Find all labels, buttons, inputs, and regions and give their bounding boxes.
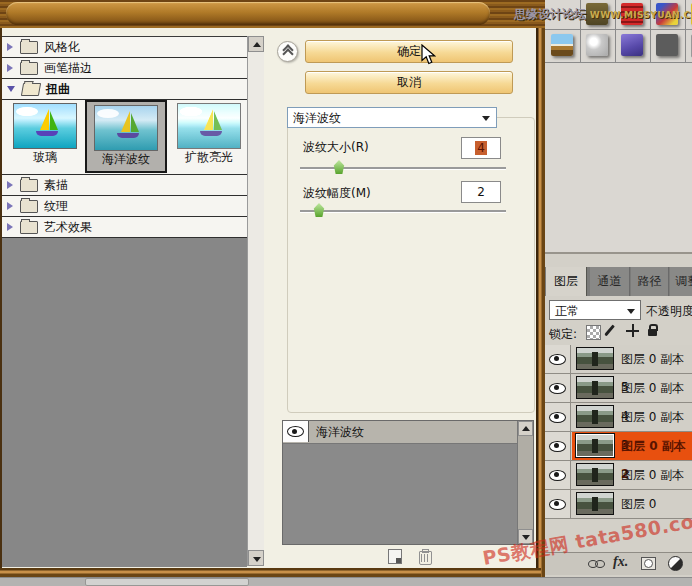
effect-list-scrollbar[interactable]: [517, 421, 533, 544]
folder-icon: [20, 200, 38, 213]
banner-highlight: [6, 2, 490, 25]
style-swatch-cell[interactable]: [685, 29, 692, 63]
hull-shape: [200, 131, 222, 136]
ripple-size-slider-track[interactable]: [300, 167, 506, 169]
category-row-artistic[interactable]: 艺术效果: [2, 217, 247, 238]
layer-row[interactable]: 图层 0 副本: [545, 461, 692, 490]
visibility-toggle[interactable]: [545, 461, 571, 489]
layer-style-fx-icon[interactable]: fx.: [613, 554, 628, 570]
layer-row-selected[interactable]: 图层 0 副本 2: [545, 432, 692, 461]
cloud-shape: [16, 107, 38, 116]
ripple-size-label: 波纹大小(R): [303, 139, 369, 156]
visibility-toggle[interactable]: [545, 403, 571, 431]
screenshot-root: 思缘设计论坛 WWW.MISSYUAN.COM 风格化 画笔描边: [0, 0, 692, 586]
folder-icon: [20, 221, 38, 234]
lock-all-icon[interactable]: [648, 329, 657, 336]
tab-paths[interactable]: 路径: [631, 267, 669, 296]
horizontal-scrollbar-thumb[interactable]: [85, 578, 249, 586]
visibility-toggle[interactable]: [545, 490, 571, 518]
site-watermark: 思缘设计论坛 WWW.MISSYUAN.COM: [514, 6, 692, 23]
layer-row[interactable]: 图层 0 副本 5: [545, 345, 692, 374]
scroll-down-button[interactable]: [248, 550, 264, 566]
category-list-scrollbar[interactable]: [247, 36, 264, 566]
ripple-magnitude-input[interactable]: 2: [461, 181, 501, 203]
effect-layer-row[interactable]: 海洋波纹: [283, 421, 518, 444]
ok-button[interactable]: 确定: [305, 40, 513, 63]
tab-channels[interactable]: 通道: [590, 267, 630, 296]
parameter-groupbox: [287, 117, 535, 413]
eye-icon: [549, 499, 566, 510]
collapse-panel-button[interactable]: [277, 41, 298, 62]
eye-icon: [287, 426, 304, 437]
new-effect-layer-button[interactable]: [388, 549, 402, 564]
category-label: 纹理: [44, 198, 68, 215]
folder-icon: [20, 62, 38, 75]
scroll-up-button[interactable]: [248, 36, 264, 52]
tab-adjustments[interactable]: 调整: [670, 267, 692, 296]
filter-select-dropdown[interactable]: 海洋波纹: [287, 107, 497, 128]
sailboat-preview-image: [94, 105, 158, 151]
add-mask-icon[interactable]: [641, 557, 656, 570]
link-layers-icon[interactable]: [588, 560, 606, 568]
scroll-up-button[interactable]: [518, 421, 533, 436]
category-row-distort[interactable]: 扭曲: [2, 79, 247, 100]
hull-shape: [117, 133, 139, 138]
visibility-toggle[interactable]: [545, 374, 571, 402]
category-label: 素描: [44, 177, 68, 194]
site-name-text: 思缘设计论坛: [514, 7, 586, 21]
ripple-magnitude-slider-track[interactable]: [300, 210, 506, 212]
sailboat-preview-image: [177, 103, 241, 149]
delete-effect-layer-button[interactable]: [419, 551, 432, 565]
sail-shape: [121, 111, 130, 132]
category-label: 艺术效果: [44, 219, 92, 236]
category-row-brushstrokes[interactable]: 画笔描边: [2, 58, 247, 79]
style-swatch: [656, 34, 678, 56]
filter-thumb-label: 扩散亮光: [174, 150, 244, 164]
category-row-sketch[interactable]: 素描: [2, 175, 247, 196]
layer-row[interactable]: 图层 0 副本 3: [545, 403, 692, 432]
effect-layers-list: 海洋波纹: [282, 420, 534, 545]
sail-shape: [204, 109, 213, 130]
style-swatch-cell[interactable]: [580, 29, 616, 63]
selected-value-text: 4: [475, 141, 487, 155]
distort-thumbnails: 玻璃 海洋波纹 扩散亮光: [2, 100, 247, 175]
tab-layers[interactable]: 图层: [546, 267, 587, 296]
effect-layer-name: 海洋波纹: [316, 424, 364, 441]
category-row-stylize[interactable]: 风格化: [2, 37, 247, 58]
visibility-toggle[interactable]: [545, 345, 571, 373]
ripple-size-input[interactable]: 4: [461, 137, 501, 159]
site-url-text: WWW.MISSYUAN.COM: [590, 10, 692, 20]
lock-position-icon[interactable]: [626, 324, 639, 337]
style-swatch-cell[interactable]: [650, 29, 686, 63]
blend-mode-dropdown[interactable]: 正常: [549, 300, 641, 320]
filter-thumb-label: 海洋波纹: [87, 152, 165, 166]
cancel-button[interactable]: 取消: [305, 71, 513, 94]
ripple-magnitude-label: 波纹幅度(M): [303, 185, 371, 202]
visibility-toggle[interactable]: [283, 421, 309, 442]
mouse-cursor-icon: [421, 44, 436, 69]
adjustment-layer-icon[interactable]: [668, 556, 683, 571]
style-swatch: [586, 34, 608, 56]
folder-icon: [20, 41, 38, 54]
cloud-shape: [180, 107, 202, 116]
category-row-texture[interactable]: 纹理: [2, 196, 247, 217]
eye-icon: [549, 412, 566, 423]
dropdown-arrow-icon: [482, 116, 490, 121]
style-swatch-cell[interactable]: [615, 29, 651, 63]
layer-name: 图层 0 副本: [621, 461, 684, 489]
layer-row[interactable]: 图层 0 副本 4: [545, 374, 692, 403]
category-label: 扭曲: [46, 81, 70, 98]
chevron-right-icon: [7, 64, 13, 72]
sail-shape: [50, 111, 58, 130]
sail-shape: [40, 109, 49, 130]
filter-thumb-ocean-ripple[interactable]: 海洋波纹: [85, 100, 167, 173]
lock-transparency-icon[interactable]: [586, 325, 601, 340]
style-swatch-cell[interactable]: [545, 29, 581, 63]
eye-icon: [549, 441, 566, 452]
visibility-toggle[interactable]: [545, 432, 571, 460]
filter-thumb-diffuse-glow[interactable]: 扩散亮光: [174, 102, 244, 164]
layer-thumbnail: [576, 434, 614, 457]
filter-select-value: 海洋波纹: [293, 110, 341, 127]
filter-thumb-glass[interactable]: 玻璃: [10, 102, 80, 164]
layer-thumbnail: [576, 463, 614, 486]
